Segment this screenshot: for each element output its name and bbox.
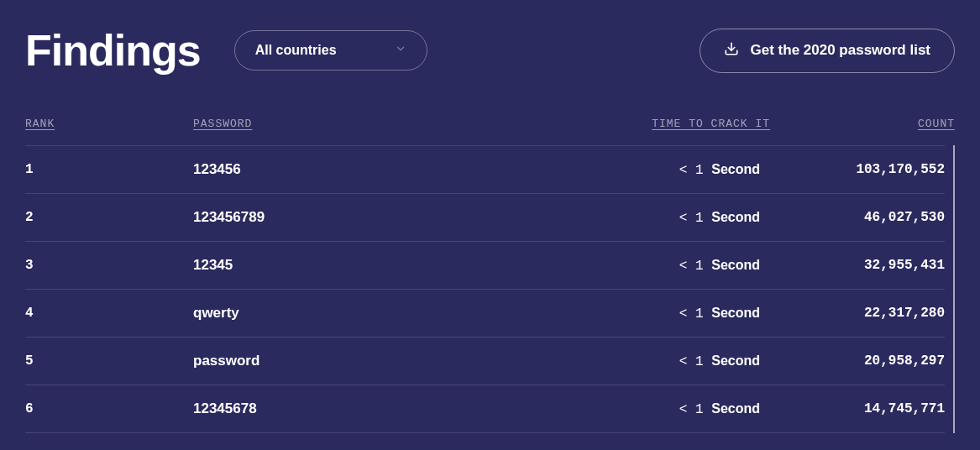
password-table: RANK PASSWORD TIME TO CRACK IT COUNT 112…	[0, 84, 980, 433]
download-button[interactable]: Get the 2020 password list	[700, 29, 955, 73]
cell-password: 123456	[193, 161, 542, 178]
page-title: Findings	[25, 25, 201, 76]
cell-time: < 1 Second	[542, 306, 777, 322]
header-time[interactable]: TIME TO CRACK IT	[552, 118, 787, 130]
header: Findings All countries Get the 2020 pass…	[0, 0, 980, 84]
table-row[interactable]: 4qwerty< 1 Second22,317,280	[25, 290, 945, 338]
cell-count: 103,170,552	[777, 162, 945, 177]
chevron-down-icon	[395, 43, 406, 58]
cell-time: < 1 Second	[542, 258, 777, 274]
cell-rank: 6	[25, 401, 193, 416]
header-rank[interactable]: RANK	[25, 118, 193, 130]
table-header: RANK PASSWORD TIME TO CRACK IT COUNT	[25, 109, 955, 145]
table-row[interactable]: 5password< 1 Second20,958,297	[25, 338, 945, 385]
cell-count: 22,317,280	[777, 306, 945, 321]
cell-count: 32,955,431	[777, 258, 945, 273]
table-row[interactable]: 612345678< 1 Second14,745,771	[25, 385, 945, 433]
cell-count: 20,958,297	[777, 353, 945, 369]
country-dropdown[interactable]: All countries	[234, 30, 427, 71]
cell-rank: 1	[25, 162, 193, 177]
header-count[interactable]: COUNT	[787, 118, 955, 130]
cell-password: 123456789	[193, 209, 542, 226]
cell-rank: 5	[25, 353, 193, 369]
cell-time: < 1 Second	[542, 162, 777, 178]
cell-time: < 1 Second	[542, 210, 777, 226]
table-row[interactable]: 1123456< 1 Second103,170,552	[25, 145, 945, 194]
download-icon	[724, 41, 739, 60]
cell-time: < 1 Second	[542, 401, 777, 417]
cell-count: 46,027,530	[777, 210, 945, 225]
table-body: 1123456< 1 Second103,170,5522123456789< …	[25, 145, 955, 433]
cell-password: password	[193, 353, 542, 369]
cell-time: < 1 Second	[542, 353, 777, 369]
header-password[interactable]: PASSWORD	[193, 118, 552, 130]
cell-password: qwerty	[193, 305, 542, 322]
cell-password: 12345	[193, 257, 542, 274]
cell-password: 12345678	[193, 400, 542, 417]
dropdown-selected-label: All countries	[255, 43, 337, 58]
cell-rank: 2	[25, 210, 193, 225]
download-button-label: Get the 2020 password list	[751, 42, 930, 59]
table-row[interactable]: 312345< 1 Second32,955,431	[25, 242, 945, 290]
cell-count: 14,745,771	[777, 401, 945, 416]
cell-rank: 3	[25, 258, 193, 273]
table-row[interactable]: 2123456789< 1 Second46,027,530	[25, 194, 945, 242]
cell-rank: 4	[25, 306, 193, 321]
